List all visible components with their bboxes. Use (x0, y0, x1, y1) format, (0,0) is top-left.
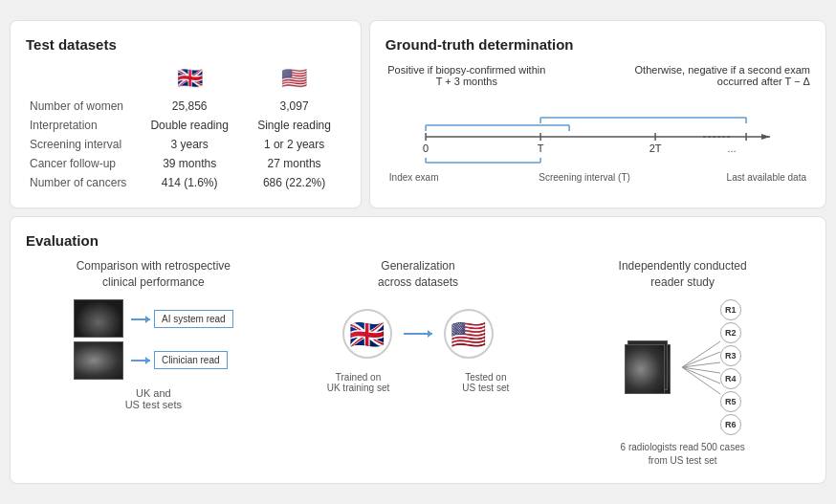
test-datasets-table: 🇬🇧 🇺🇸 Number of women 25,856 3,097 Inter… (26, 64, 345, 192)
row-uk: 3 years (136, 135, 243, 154)
gt-label-screening: Screening interval (T) (539, 172, 630, 183)
arrows-boxes: AI system read Clinician read (131, 310, 233, 369)
ground-truth-title: Ground-truth determination (385, 36, 810, 53)
scan-top (74, 299, 123, 338)
gt-ann-left: Positive if biopsy-confirmed within T + … (385, 64, 548, 87)
reader-scans (625, 337, 682, 399)
row-label: Screening interval (26, 135, 136, 154)
us-flag-circle: 🇺🇸 (444, 309, 494, 359)
clinician-arrow (131, 360, 150, 362)
eval-generalization: Generalization across datasets 🇬🇧 🇺🇸 Tra… (291, 258, 546, 469)
gt-ann-right: Otherwise, negative if a second exam occ… (628, 64, 810, 87)
ai-arrow-row: AI system read (131, 310, 233, 328)
svg-text:2T: 2T (649, 142, 661, 154)
eval-reader-diagram: R1R2R3R4R5R6 6 radiologists read 500 cas… (555, 299, 810, 468)
gen-flags: 🇬🇧 🇺🇸 (342, 309, 494, 359)
svg-text:T: T (538, 142, 544, 154)
row-label: Number of cancers (26, 173, 136, 192)
table-row: Interpretation Double reading Single rea… (26, 116, 345, 135)
clinician-label-box: Clinician read (154, 351, 228, 369)
evaluation-title: Evaluation (26, 232, 810, 249)
eval-gen-diagram: 🇬🇧 🇺🇸 Trained on UK training set Tested … (291, 299, 546, 393)
col-label (26, 64, 136, 97)
top-row: Test datasets 🇬🇧 🇺🇸 Number of women 25,8… (10, 20, 826, 208)
row-uk: 25,856 (136, 97, 243, 116)
gt-annotations: Positive if biopsy-confirmed within T + … (385, 64, 810, 87)
col-us-flag: 🇺🇸 (243, 64, 344, 97)
reader-circle-r3: R3 (720, 345, 741, 366)
table-row: Number of cancers 414 (1.6%) 686 (22.2%) (26, 173, 345, 192)
row-us: 27 months (243, 154, 344, 173)
ground-truth-content: Positive if biopsy-confirmed within T + … (385, 64, 810, 183)
scan-bottom (74, 341, 123, 380)
eval-comparison: Comparison with retrospective clinical p… (26, 258, 281, 469)
reader-circle-r4: R4 (720, 368, 741, 389)
svg-text:...: ... (727, 142, 736, 154)
reader-circle-r5: R5 (720, 391, 741, 412)
reader-bottom-text: 6 radiologists read 500 cases from US te… (621, 441, 745, 468)
eval-reader-title: Independently conducted reader study (555, 258, 810, 291)
test-datasets-title: Test datasets (26, 36, 345, 53)
test-datasets-panel: Test datasets 🇬🇧 🇺🇸 Number of women 25,8… (10, 20, 362, 208)
gt-label-last: Last available data (727, 172, 806, 183)
ai-arrow (131, 318, 150, 320)
evaluation-sections: Comparison with retrospective clinical p… (26, 258, 810, 469)
gen-arrow (404, 333, 432, 335)
table-row: Cancer follow-up 39 months 27 months (26, 154, 345, 173)
row-us: Single reading (243, 116, 344, 135)
main-container: Test datasets 🇬🇧 🇺🇸 Number of women 25,8… (10, 20, 826, 485)
clinician-arrow-row: Clinician read (131, 351, 228, 369)
row-label: Interpretation (26, 116, 136, 135)
reader-circles: R1R2R3R4R5R6 (720, 299, 741, 435)
eval-comparison-diagram: AI system read Clinician read UK and US … (26, 299, 281, 410)
table-row: Number of women 25,856 3,097 (26, 97, 345, 116)
comparison-content: AI system read Clinician read (74, 299, 233, 380)
scan-stack (74, 299, 123, 380)
comparison-bottom-label: UK and US test sets (125, 387, 182, 410)
row-us: 686 (22.2%) (243, 173, 344, 192)
trained-label: Trained on UK training set (327, 372, 390, 393)
row-label: Number of women (26, 97, 136, 116)
row-uk: 414 (1.6%) (136, 173, 243, 192)
row-us: 3,097 (243, 97, 344, 116)
timeline-svg-container: 0 T 2T ... (385, 91, 810, 170)
eval-comparison-title: Comparison with retrospective clinical p… (26, 258, 281, 291)
ai-label-box: AI system read (154, 310, 233, 328)
eval-gen-title: Generalization across datasets (291, 258, 546, 291)
row-uk: Double reading (136, 116, 243, 135)
reader-lines-svg (682, 337, 720, 399)
ground-truth-panel: Ground-truth determination Positive if b… (369, 20, 826, 208)
gt-bottom-labels: Index exam Screening interval (T) Last a… (385, 172, 810, 183)
evaluation-panel: Evaluation Comparison with retrospective… (10, 216, 826, 485)
row-us: 1 or 2 years (243, 135, 344, 154)
reader-scan-back (625, 344, 665, 394)
row-label: Cancer follow-up (26, 154, 136, 173)
uk-flag-circle: 🇬🇧 (342, 309, 392, 359)
gt-label-index: Index exam (389, 172, 439, 183)
table-row: Screening interval 3 years 1 or 2 years (26, 135, 345, 154)
eval-reader-study: Independently conducted reader study (555, 258, 810, 469)
reader-circle-r6: R6 (720, 414, 741, 435)
timeline-svg: 0 T 2T ... (390, 91, 805, 167)
row-uk: 39 months (136, 154, 243, 173)
tested-label: Tested on US test set (462, 372, 509, 393)
gen-flag-labels: Trained on UK training set Tested on US … (291, 372, 546, 393)
reader-circle-r1: R1 (720, 299, 741, 320)
reader-content: R1R2R3R4R5R6 (625, 299, 741, 435)
svg-text:0: 0 (423, 142, 429, 154)
col-uk-flag: 🇬🇧 (136, 64, 243, 97)
reader-circle-r2: R2 (720, 322, 741, 343)
